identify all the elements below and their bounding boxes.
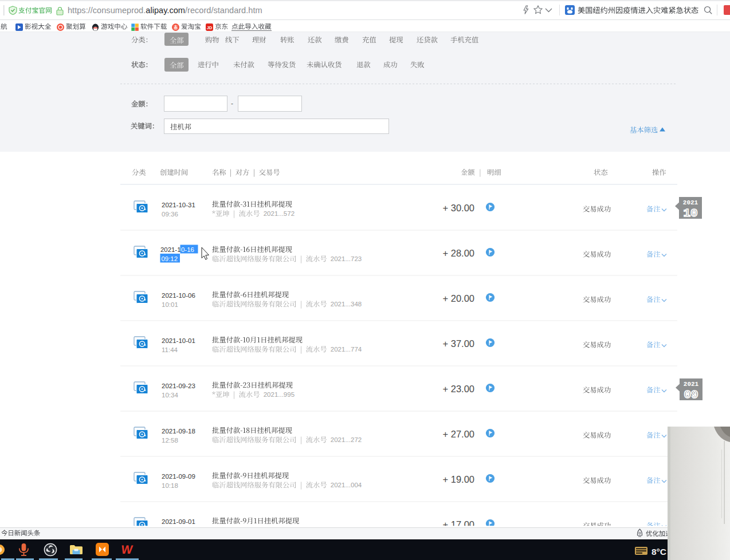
svg-text:+ 37.00: + 37.00 bbox=[442, 338, 474, 349]
svg-text:2021...995: 2021...995 bbox=[264, 391, 295, 398]
svg-text:-: - bbox=[231, 100, 233, 108]
svg-text:2021-10-31: 2021-10-31 bbox=[162, 202, 195, 208]
svg-text:8°C: 8°C bbox=[651, 547, 666, 557]
svg-text:https://consumeprod.alipay.com: https://consumeprod.alipay.com/record/st… bbox=[68, 6, 262, 15]
svg-text:12:58: 12:58 bbox=[162, 437, 178, 444]
svg-text:09: 09 bbox=[684, 388, 698, 401]
svg-text:09:12: 09:12 bbox=[162, 255, 178, 262]
svg-text:2021-09-01: 2021-09-01 bbox=[162, 518, 195, 525]
svg-text:2021-10-06: 2021-10-06 bbox=[162, 292, 195, 299]
svg-text:+ 23.00: + 23.00 bbox=[442, 384, 474, 394]
svg-text:2021...348: 2021...348 bbox=[331, 301, 362, 307]
svg-text:2021...272: 2021...272 bbox=[331, 436, 362, 443]
svg-text:2021-1: 2021-1 bbox=[160, 246, 180, 253]
svg-text:2021-09-09: 2021-09-09 bbox=[162, 473, 195, 480]
svg-text:2021-09-23: 2021-09-23 bbox=[162, 382, 195, 389]
svg-text:11:44: 11:44 bbox=[162, 346, 178, 353]
svg-text:2021...004: 2021...004 bbox=[331, 482, 362, 488]
svg-text:+ 27.00: + 27.00 bbox=[442, 429, 474, 439]
svg-text:2021: 2021 bbox=[684, 381, 699, 388]
svg-text:10:01: 10:01 bbox=[162, 301, 178, 308]
svg-text:10:18: 10:18 bbox=[162, 482, 178, 489]
svg-text:2021: 2021 bbox=[683, 199, 698, 206]
svg-text:2021-09-18: 2021-09-18 bbox=[162, 428, 195, 435]
svg-text:10:34: 10:34 bbox=[162, 392, 178, 399]
svg-text:+ 19.00: + 19.00 bbox=[442, 474, 474, 484]
svg-text:2021...723: 2021...723 bbox=[331, 255, 362, 262]
svg-text:0-16: 0-16 bbox=[181, 246, 194, 253]
svg-text:10: 10 bbox=[683, 207, 697, 220]
svg-text:2021-10-01: 2021-10-01 bbox=[162, 337, 195, 344]
svg-text:W: W bbox=[120, 543, 134, 556]
svg-text:+ 30.00: + 30.00 bbox=[442, 203, 474, 213]
svg-text:2021...572: 2021...572 bbox=[264, 210, 295, 217]
svg-text:2021...774: 2021...774 bbox=[331, 346, 362, 353]
svg-text:+ 28.00: + 28.00 bbox=[442, 248, 474, 258]
svg-text:JD: JD bbox=[207, 25, 213, 30]
svg-text:+ 20.00: + 20.00 bbox=[442, 293, 474, 303]
svg-text:09:36: 09:36 bbox=[162, 211, 178, 218]
